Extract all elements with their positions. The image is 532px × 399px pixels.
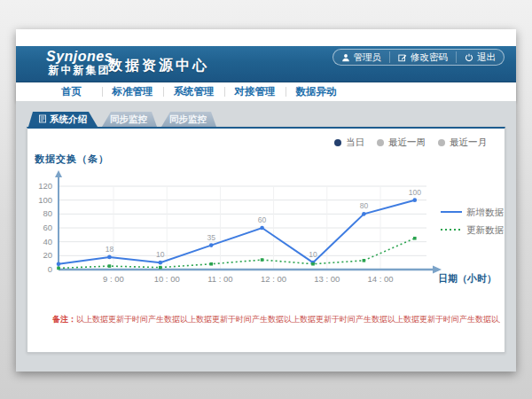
person-icon	[341, 53, 350, 62]
tab-sync-monitor-1[interactable]: 同步监控	[100, 112, 157, 127]
svg-text:120: 120	[38, 181, 52, 191]
brand-logo-text-cn: 新中新集团	[46, 64, 113, 77]
change-password-button[interactable]: 修改密码	[389, 51, 456, 63]
svg-text:20: 20	[43, 250, 52, 260]
app-window: Synjones 新中新集团 数据资源中心 管理员 修改密码 退出	[16, 29, 516, 372]
svg-text:0: 0	[48, 264, 52, 274]
content-area: 系统介绍 同步监控 同步监控 当日 最近一周	[16, 101, 516, 372]
nav-item-data-change[interactable]: 数据异动	[286, 82, 347, 101]
tab-label: 系统介绍	[50, 113, 87, 126]
svg-text:35: 35	[207, 233, 215, 242]
svg-text:更新数据: 更新数据	[466, 224, 505, 235]
svg-text:60: 60	[258, 215, 267, 224]
tab-label: 同步监控	[110, 113, 147, 126]
chart-panel: 当日 最近一周 最近一月 数据交换（条） 9 : 0010 : 0011 : 0…	[27, 127, 505, 353]
range-option-last-month[interactable]: 最近一月	[438, 137, 487, 149]
tab-bar: 系统介绍 同步监控 同步监控	[28, 112, 216, 127]
radio-icon	[438, 139, 445, 146]
svg-text:40: 40	[43, 237, 52, 246]
nav-item-home[interactable]: 首页	[41, 82, 102, 101]
brand-logo: Synjones 新中新集团	[46, 49, 113, 77]
range-option-today[interactable]: 当日	[334, 137, 364, 149]
radio-icon	[334, 139, 341, 146]
svg-text:9 : 00: 9 : 00	[103, 274, 124, 284]
range-option-label: 最近一周	[388, 137, 426, 149]
user-actions: 管理员 修改密码 退出	[332, 49, 505, 66]
tab-sync-monitor-2[interactable]: 同步监控	[160, 112, 216, 127]
document-icon	[39, 114, 46, 125]
user-button-label: 管理员	[354, 51, 382, 64]
svg-text:18: 18	[106, 245, 114, 254]
svg-text:10 : 00: 10 : 00	[154, 274, 180, 284]
tab-system-intro[interactable]: 系统介绍	[28, 112, 98, 127]
svg-text:60: 60	[43, 223, 52, 232]
logout-button-label: 退出	[477, 51, 496, 64]
svg-text:11 : 00: 11 : 00	[207, 274, 232, 284]
tab-label: 同步监控	[169, 113, 207, 126]
svg-text:12 : 00: 12 : 00	[261, 274, 286, 284]
edit-icon	[398, 53, 407, 62]
footnote-text: 以上数据更新于时间产生数据以上数据更新于时间产生数据以上数据更新于时间产生数据以…	[76, 315, 500, 324]
page-title: 数据资源中心	[108, 46, 209, 82]
svg-text:新增数据: 新增数据	[466, 207, 505, 217]
svg-text:10: 10	[156, 250, 165, 259]
radio-icon	[377, 139, 384, 146]
svg-text:80: 80	[43, 208, 52, 218]
chart-y-axis-title: 数据交换（条）	[35, 153, 109, 166]
main-nav: 首页 标准管理 系统管理 对接管理 数据异动	[16, 82, 516, 101]
nav-item-system-mgmt[interactable]: 系统管理	[163, 82, 224, 101]
footnote-prefix: 备注：	[52, 315, 76, 324]
range-filter: 当日 最近一周 最近一月	[334, 137, 487, 149]
user-button[interactable]: 管理员	[333, 51, 390, 63]
line-chart: 9 : 0010 : 0011 : 0012 : 0013 : 0014 : 0…	[27, 169, 506, 304]
svg-text:10: 10	[309, 250, 317, 259]
footnote: 备注：以上数据更新于时间产生数据以上数据更新于时间产生数据以上数据更新于时间产生…	[52, 314, 500, 325]
nav-item-interface-mgmt[interactable]: 对接管理	[224, 82, 286, 101]
brand-logo-text-en: Synjones	[46, 49, 113, 64]
app-header: Synjones 新中新集团 数据资源中心 管理员 修改密码 退出	[16, 46, 516, 82]
svg-text:100: 100	[38, 195, 52, 205]
svg-text:13 : 00: 13 : 00	[314, 274, 340, 284]
nav-item-standard-mgmt[interactable]: 标准管理	[102, 82, 163, 101]
svg-text:100: 100	[409, 188, 421, 197]
svg-text:14 : 00: 14 : 00	[367, 274, 393, 284]
power-icon	[465, 53, 473, 62]
svg-text:日期（小时）: 日期（小时）	[438, 273, 497, 285]
logout-button[interactable]: 退出	[456, 51, 504, 63]
svg-text:80: 80	[360, 201, 369, 210]
change-password-button-label: 修改密码	[411, 51, 448, 64]
range-option-label: 最近一月	[450, 137, 487, 149]
range-option-label: 当日	[346, 137, 364, 149]
range-option-last-week[interactable]: 最近一周	[377, 137, 426, 149]
